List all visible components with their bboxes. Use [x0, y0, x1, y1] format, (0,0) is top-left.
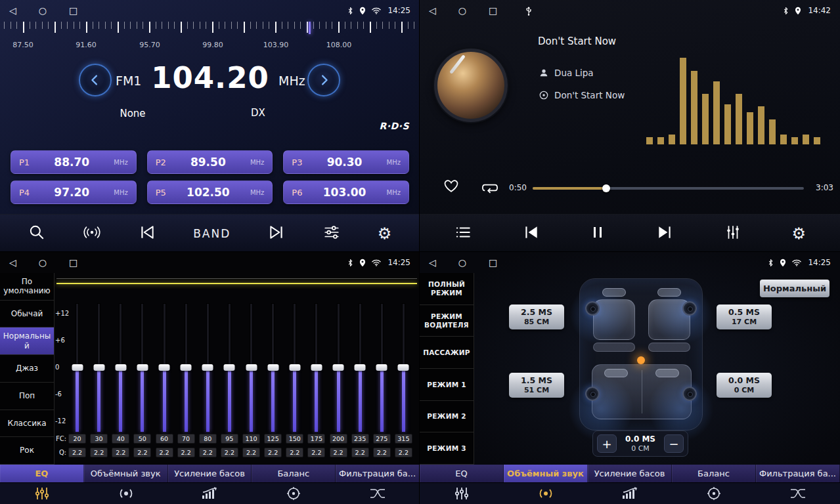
- eq-band-slider[interactable]: [112, 303, 129, 432]
- eq-band-slider[interactable]: [68, 303, 86, 432]
- eq-band-slider[interactable]: [221, 303, 238, 432]
- delay-rear-left-button[interactable]: 1.5 MS 51 CM: [509, 373, 564, 398]
- settings-button[interactable]: ⚙: [792, 226, 807, 242]
- eq-q-value[interactable]: 2.2: [242, 448, 260, 457]
- eq-q-value[interactable]: 2.2: [133, 448, 151, 457]
- tune-down-button[interactable]: [79, 64, 112, 96]
- mode-driver[interactable]: РЕЖИМ ВОДИТЕЛЯ: [420, 305, 474, 337]
- tab-surround[interactable]: Объёмный звук: [504, 465, 588, 482]
- broadcast-button[interactable]: [83, 224, 101, 243]
- tab-icon-surround[interactable]: [84, 483, 168, 504]
- eq-fc-value[interactable]: 80: [199, 434, 217, 444]
- tab-filter[interactable]: Фильтрация ба...: [336, 465, 420, 482]
- eq-fc-value[interactable]: 20: [68, 434, 86, 444]
- mode-passenger[interactable]: ПАССАЖИР: [420, 337, 474, 369]
- tab-icon-eq[interactable]: [0, 483, 84, 504]
- eq-fc-value[interactable]: 110: [242, 434, 260, 444]
- playlist-button[interactable]: [454, 224, 472, 243]
- eq-q-value[interactable]: 2.2: [395, 448, 412, 457]
- previous-track-button[interactable]: [522, 224, 541, 243]
- preset-p1-button[interactable]: P1 88.70 MHz: [11, 150, 137, 174]
- mode-2[interactable]: РЕЖИМ 2: [420, 401, 474, 433]
- tab-icon-filter[interactable]: [756, 483, 840, 504]
- recents-button[interactable]: □: [489, 258, 497, 267]
- tab-eq[interactable]: EQ: [420, 465, 504, 482]
- eq-band-slider[interactable]: [177, 303, 195, 432]
- tab-balance[interactable]: Баланс: [672, 465, 756, 482]
- tab-icon-balance[interactable]: [252, 483, 336, 504]
- tab-bass-boost[interactable]: Усиление басов: [168, 465, 252, 482]
- seek-bar[interactable]: [533, 187, 804, 190]
- repeat-button[interactable]: [480, 181, 500, 197]
- eq-fc-value[interactable]: 70: [177, 434, 195, 444]
- equalizer-button[interactable]: [323, 224, 340, 243]
- pause-button[interactable]: [590, 224, 606, 243]
- eq-q-value[interactable]: 2.2: [177, 448, 195, 457]
- tab-icon-balance[interactable]: [672, 483, 756, 504]
- eq-q-value[interactable]: 2.2: [373, 448, 391, 457]
- home-button[interactable]: ○: [458, 258, 466, 267]
- back-button[interactable]: ◁: [429, 6, 436, 15]
- eq-fc-value[interactable]: 235: [351, 434, 369, 444]
- eq-band-slider[interactable]: [286, 303, 303, 432]
- eq-q-value[interactable]: 2.2: [264, 448, 282, 457]
- eq-fc-value[interactable]: 40: [112, 434, 129, 444]
- preset-p3-button[interactable]: P3 90.30 MHz: [283, 150, 409, 174]
- eq-band-slider[interactable]: [156, 303, 173, 432]
- scan-button[interactable]: [28, 224, 45, 243]
- delay-front-right-button[interactable]: 0.5 MS 17 CM: [717, 304, 772, 329]
- home-button[interactable]: ○: [458, 6, 466, 15]
- eq-band-slider[interactable]: [242, 303, 260, 432]
- eq-band-slider[interactable]: [395, 303, 412, 432]
- delay-rear-right-button[interactable]: 0.0 MS 0 CM: [717, 373, 772, 398]
- preset-p5-button[interactable]: P5 102.50 MHz: [147, 180, 273, 204]
- recents-button[interactable]: □: [69, 258, 77, 267]
- tab-icon-filter[interactable]: [336, 483, 420, 504]
- home-button[interactable]: ○: [39, 258, 47, 267]
- eq-band-slider[interactable]: [307, 303, 325, 432]
- eq-fc-value[interactable]: 125: [264, 434, 282, 444]
- delay-decrease-button[interactable]: −: [664, 434, 684, 453]
- recents-button[interactable]: □: [69, 6, 77, 15]
- tab-balance[interactable]: Баланс: [252, 465, 336, 482]
- eq-q-value[interactable]: 2.2: [90, 448, 108, 457]
- tab-bass-boost[interactable]: Усиление басов: [588, 465, 672, 482]
- eq-band-slider[interactable]: [90, 303, 108, 432]
- back-button[interactable]: ◁: [9, 258, 16, 267]
- home-button[interactable]: ○: [39, 6, 47, 15]
- eq-q-value[interactable]: 2.2: [68, 448, 86, 457]
- eq-preset-jazz[interactable]: Джаз: [0, 355, 54, 383]
- audio-settings-button[interactable]: [724, 224, 742, 243]
- eq-band-slider[interactable]: [330, 303, 347, 432]
- eq-band-slider[interactable]: [199, 303, 217, 432]
- tab-icon-bass-boost[interactable]: [588, 483, 672, 504]
- eq-band-slider[interactable]: [264, 303, 282, 432]
- eq-fc-value[interactable]: 150: [286, 434, 303, 444]
- soundfield-preset-button[interactable]: Нормальный: [760, 280, 829, 297]
- eq-q-value[interactable]: 2.2: [330, 448, 347, 457]
- tune-up-button[interactable]: [307, 64, 340, 96]
- eq-fc-value[interactable]: 50: [133, 434, 151, 444]
- eq-band-slider[interactable]: [133, 303, 151, 432]
- settings-button[interactable]: ⚙: [378, 226, 392, 242]
- tab-icon-bass-boost[interactable]: [168, 483, 252, 504]
- back-button[interactable]: ◁: [9, 6, 16, 15]
- eq-q-value[interactable]: 2.2: [351, 448, 369, 457]
- delay-increase-button[interactable]: +: [597, 434, 617, 453]
- recents-button[interactable]: □: [489, 6, 497, 15]
- band-button[interactable]: BAND: [193, 227, 231, 240]
- eq-q-value[interactable]: 2.2: [221, 448, 238, 457]
- eq-fc-value[interactable]: 200: [330, 434, 347, 444]
- mode-full[interactable]: ПОЛНЫЙ РЕЖИМ: [420, 273, 474, 305]
- next-station-button[interactable]: [268, 224, 285, 243]
- eq-q-value[interactable]: 2.2: [286, 448, 303, 457]
- tab-icon-surround[interactable]: [504, 483, 588, 504]
- tab-icon-eq[interactable]: [420, 483, 504, 504]
- eq-band-slider[interactable]: [373, 303, 391, 432]
- mode-1[interactable]: РЕЖИМ 1: [420, 369, 474, 401]
- eq-fc-value[interactable]: 175: [307, 434, 325, 444]
- tab-filter[interactable]: Фильтрация ба...: [756, 465, 840, 482]
- mode-3[interactable]: РЕЖИМ 3: [420, 432, 474, 465]
- eq-band-slider[interactable]: [351, 303, 369, 432]
- eq-preset-classic[interactable]: Классика: [0, 410, 54, 438]
